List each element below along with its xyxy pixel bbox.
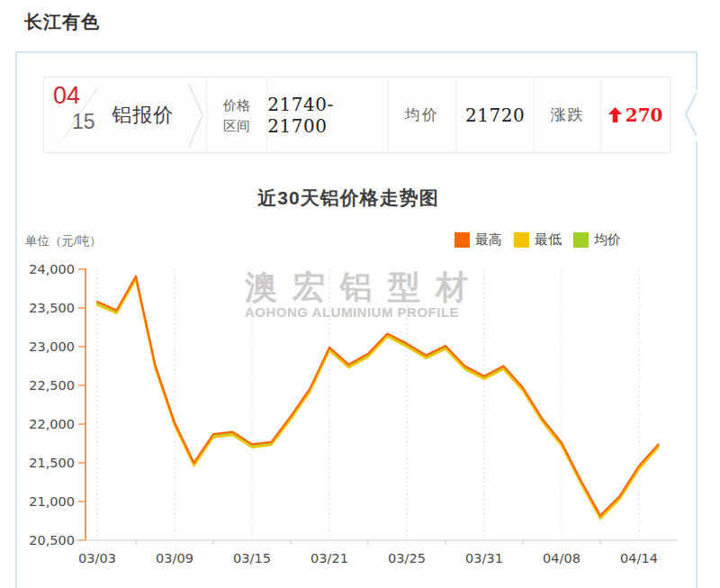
quote-date-month: 04 [53, 82, 80, 110]
price-range-value: 21740-21700 [267, 94, 388, 137]
change-value: 270 [626, 104, 663, 126]
watermark-cn: 澳宏铝型材 [244, 268, 483, 305]
price-range-value-cell: 21740-21700 [266, 77, 388, 152]
legend-item-avg[interactable]: 均价 [573, 231, 621, 249]
x-axis-tick-label: 04/14 [620, 551, 658, 565]
x-axis-tick-label: 03/03 [78, 551, 116, 565]
quote-date-day: 15 [72, 110, 95, 134]
price-range-label-line1: 价格 [223, 95, 250, 115]
legend-item-low[interactable]: 最低 [514, 231, 562, 249]
y-axis-tick-label: 23,500 [29, 301, 75, 315]
page-title: 长江有色 [24, 10, 100, 34]
price-trend-chart: 澳宏铝型材AOHONG ALUMINIUM PROFILE03/0303/090… [0, 252, 720, 588]
quote-bar[interactable]: 04 15 铝报价 价格 区间 21740-21700 均价 21720 涨跌 … [43, 77, 670, 153]
chart-unit-label: 单位（元/吨） [25, 233, 102, 249]
legend-label-low: 最低 [535, 231, 562, 249]
average-price-value-cell: 21720 [455, 77, 535, 152]
legend-swatch-avg [573, 232, 589, 248]
x-axis-tick-label: 03/25 [388, 551, 426, 565]
change-value-cell: 270 [600, 77, 670, 152]
y-axis-tick-label: 24,000 [29, 262, 75, 276]
price-range-label: 价格 区间 [206, 77, 267, 152]
y-axis-tick-label: 22,500 [29, 378, 75, 393]
y-axis-tick-label: 23,000 [29, 339, 75, 354]
price-range-label-line2: 区间 [223, 115, 250, 136]
legend-swatch-high [454, 232, 470, 248]
quote-product-label: 铝报价 [112, 102, 174, 129]
x-axis-tick-label: 04/08 [543, 551, 580, 565]
watermark-en: AOHONG ALUMINIUM PROFILE [245, 304, 459, 320]
legend-label-high: 最高 [475, 231, 502, 249]
y-axis-tick-label: 21,500 [29, 456, 75, 470]
x-axis-tick-label: 03/21 [310, 551, 348, 565]
average-price-label: 均价 [405, 104, 439, 125]
y-axis-tick-label: 22,000 [29, 417, 75, 431]
legend-item-high[interactable]: 最高 [454, 231, 502, 249]
quote-product: 铝报价 [100, 77, 186, 152]
average-price-value: 21720 [465, 104, 525, 126]
arrow-up-icon [608, 107, 622, 122]
y-axis-tick-label: 21,000 [29, 494, 75, 509]
change-label-cell: 涨跌 [534, 77, 600, 152]
x-axis-tick-label: 03/31 [465, 551, 503, 565]
chart-legend: 最高 最低 均价 [454, 231, 633, 249]
panel-collapse-chevron-icon[interactable] [681, 88, 701, 142]
quote-date: 04 15 [44, 77, 100, 152]
change-label: 涨跌 [551, 104, 585, 125]
legend-label-avg: 均价 [594, 231, 621, 249]
breadcrumb-chevron-icon [186, 77, 206, 152]
average-price-label-cell: 均价 [388, 77, 455, 152]
chart-title: 近30天铝价格走势图 [0, 185, 697, 211]
y-axis-tick-label: 20,500 [29, 533, 75, 547]
x-axis-tick-label: 03/15 [233, 551, 271, 565]
x-axis-tick-label: 03/09 [156, 551, 194, 565]
legend-swatch-low [514, 232, 529, 248]
